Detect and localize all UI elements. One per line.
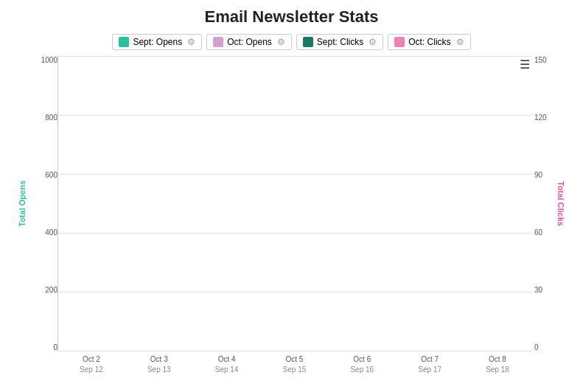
chart-inner: ☰ Oct 2Sep 12Oct 3Sep 13Oct 4Sep 14Oct 5… bbox=[57, 56, 531, 385]
sept-opens-label: Sept: Opens bbox=[133, 37, 182, 47]
page-title: Email Newsletter Stats bbox=[15, 7, 568, 27]
x-label-5: Oct 7Sep 17 bbox=[408, 354, 452, 375]
grid-and-bars: ☰ bbox=[57, 56, 531, 351]
oct-clicks-swatch bbox=[394, 37, 405, 47]
legend-oct-clicks[interactable]: Oct: Clicks ⚙ bbox=[388, 34, 470, 50]
bars-container bbox=[58, 56, 531, 351]
legend-sept-opens[interactable]: Sept: Opens ⚙ bbox=[112, 34, 202, 50]
y-right-tick-150: 150 bbox=[534, 56, 547, 64]
y-axis-left: 1000 800 600 400 200 0 bbox=[28, 56, 57, 385]
oct-clicks-gear-icon[interactable]: ⚙ bbox=[456, 37, 464, 47]
y-left-label-wrap: Total Opens bbox=[16, 56, 28, 351]
y-right-label-wrap: Total Clicks bbox=[555, 56, 567, 351]
chart-area: Total Opens 1000 800 600 400 200 0 ☰ bbox=[15, 56, 568, 385]
oct-opens-gear-icon[interactable]: ⚙ bbox=[277, 37, 285, 47]
oct-clicks-label: Oct: Clicks bbox=[408, 37, 450, 47]
sept-clicks-label: Sept: Clicks bbox=[317, 37, 363, 47]
sept-clicks-gear-icon[interactable]: ⚙ bbox=[369, 37, 377, 47]
x-label-1: Oct 3Sep 13 bbox=[137, 354, 181, 375]
grid-line-bottom bbox=[58, 351, 531, 351]
x-label-4: Oct 6Sep 16 bbox=[340, 354, 384, 375]
sept-opens-swatch bbox=[119, 37, 129, 47]
y-tick-600: 600 bbox=[45, 171, 57, 179]
y-right-tick-30: 30 bbox=[534, 286, 542, 294]
legend-oct-opens[interactable]: Oct: Opens ⚙ bbox=[206, 34, 292, 50]
y-right-tick-0: 0 bbox=[534, 343, 539, 351]
x-label-0: Oct 2Sep 12 bbox=[69, 354, 114, 375]
x-axis: Oct 2Sep 12Oct 3Sep 13Oct 4Sep 14Oct 5Se… bbox=[57, 351, 531, 385]
y-tick-400: 400 bbox=[45, 228, 57, 237]
oct-opens-swatch bbox=[213, 37, 223, 47]
x-label-3: Oct 5Sep 15 bbox=[272, 354, 316, 375]
y-right-axis-label: Total Clicks bbox=[556, 181, 565, 226]
y-right-tick-90: 90 bbox=[534, 171, 542, 179]
x-label-2: Oct 4Sep 14 bbox=[205, 354, 249, 375]
legend-sept-clicks[interactable]: Sept: Clicks ⚙ bbox=[296, 34, 383, 50]
y-right-tick-60: 60 bbox=[534, 228, 542, 237]
sept-opens-gear-icon[interactable]: ⚙ bbox=[187, 37, 195, 47]
y-left-axis-label: Total Opens bbox=[18, 181, 27, 227]
y-right-tick-120: 120 bbox=[534, 113, 547, 122]
y-tick-800: 800 bbox=[45, 113, 57, 122]
x-label-6: Oct 8Sep 18 bbox=[475, 354, 520, 375]
sept-clicks-swatch bbox=[303, 37, 313, 47]
y-tick-1000: 1000 bbox=[41, 56, 57, 64]
oct-opens-label: Oct: Opens bbox=[227, 37, 272, 47]
legend: Sept: Opens ⚙ Oct: Opens ⚙ Sept: Clicks … bbox=[15, 34, 568, 50]
y-tick-200: 200 bbox=[45, 286, 57, 294]
